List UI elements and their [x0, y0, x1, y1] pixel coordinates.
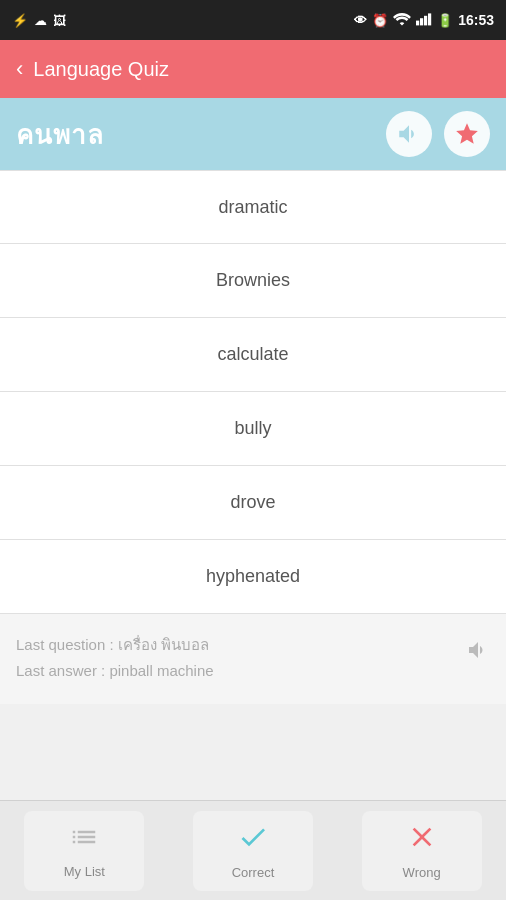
my-list-button[interactable]: My List — [24, 811, 144, 891]
battery-icon: 🔋 — [437, 13, 453, 28]
quiz-word: คนพาล — [16, 114, 104, 155]
usb-icon: ⚡ — [12, 13, 28, 28]
options-list: dramatic Brownies calculate bully drove … — [0, 170, 506, 614]
speaker-icon — [396, 121, 422, 147]
option-text: bully — [234, 418, 271, 439]
speaker-button[interactable] — [386, 111, 432, 157]
option-text: Brownies — [216, 270, 290, 291]
option-text: hyphenated — [206, 566, 300, 587]
time-display: 16:53 — [458, 12, 494, 28]
option-text: drove — [230, 492, 275, 513]
svg-rect-1 — [420, 18, 423, 25]
my-list-label: My List — [64, 864, 105, 879]
cloud-icon: ☁ — [34, 13, 47, 28]
star-button[interactable] — [444, 111, 490, 157]
last-answer-sound-icon[interactable] — [466, 638, 490, 668]
signal-icon — [416, 12, 432, 29]
option-item[interactable]: drove — [0, 466, 506, 540]
star-icon — [454, 121, 480, 147]
last-question-info: Last question : เครื่อง พินบอล Last answ… — [16, 632, 214, 683]
app-bar: ‹ Language Quiz — [0, 40, 506, 98]
option-item[interactable]: hyphenated — [0, 540, 506, 614]
option-item[interactable]: dramatic — [0, 170, 506, 244]
correct-label: Correct — [232, 865, 275, 880]
option-item[interactable]: calculate — [0, 318, 506, 392]
svg-rect-0 — [416, 20, 419, 25]
eye-icon: 👁 — [354, 13, 367, 28]
svg-rect-3 — [428, 13, 431, 25]
back-button[interactable]: ‹ — [16, 56, 23, 82]
status-icons-right: 👁 ⏰ 🔋 16:53 — [354, 12, 494, 29]
word-actions — [386, 111, 490, 157]
alarm-icon: ⏰ — [372, 13, 388, 28]
wrong-icon — [406, 821, 438, 860]
word-header: คนพาล — [0, 98, 506, 170]
status-bar: ⚡ ☁ 🖼 👁 ⏰ 🔋 16:53 — [0, 0, 506, 40]
last-question-text: Last question : เครื่อง พินบอล — [16, 632, 214, 658]
status-icons-left: ⚡ ☁ 🖼 — [12, 13, 66, 28]
correct-icon — [237, 821, 269, 860]
last-answer-text: Last answer : pinball machine — [16, 658, 214, 684]
option-item[interactable]: Brownies — [0, 244, 506, 318]
my-list-icon — [69, 822, 99, 859]
app-title: Language Quiz — [33, 58, 169, 81]
wrong-button[interactable]: Wrong — [362, 811, 482, 891]
bottom-bar: My List Correct Wrong — [0, 800, 506, 900]
svg-rect-2 — [424, 15, 427, 25]
wifi-icon — [393, 12, 411, 29]
option-text: dramatic — [218, 197, 287, 218]
correct-button[interactable]: Correct — [193, 811, 313, 891]
last-question-area: Last question : เครื่อง พินบอล Last answ… — [0, 614, 506, 704]
option-text: calculate — [217, 344, 288, 365]
image-icon: 🖼 — [53, 13, 66, 28]
wrong-label: Wrong — [403, 865, 441, 880]
option-item[interactable]: bully — [0, 392, 506, 466]
